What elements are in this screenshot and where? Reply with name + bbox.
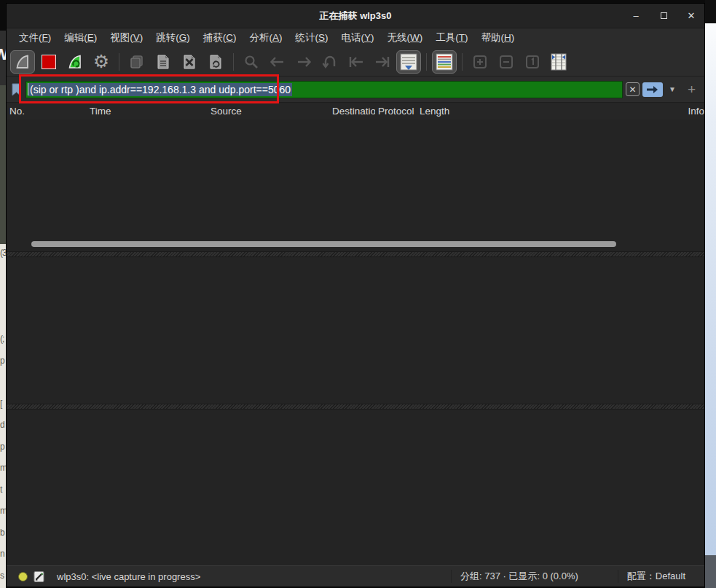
restart-capture-button[interactable]	[63, 50, 87, 74]
wireshark-window: 正在捕获 wlp3s0 – ✕ 文件(F)编辑(E)视图(V)跳转(G)捕获(C…	[6, 3, 705, 587]
capture-comment-icon[interactable]	[34, 571, 45, 583]
packet-bytes-pane[interactable]	[7, 409, 704, 565]
menu-label: )	[48, 32, 52, 43]
minimize-button[interactable]: –	[630, 10, 642, 22]
menu-mnemonic: T	[459, 32, 465, 43]
menu-item[interactable]: 无线(W)	[381, 30, 430, 46]
apply-filter-button[interactable]	[642, 82, 663, 97]
column-header[interactable]: Length	[417, 106, 685, 117]
filter-dropdown-arrow[interactable]: ▼	[666, 85, 679, 93]
zoom-out-button[interactable]	[494, 50, 519, 74]
auto-scroll-button[interactable]	[396, 50, 421, 74]
go-back-button[interactable]	[265, 50, 290, 74]
menu-item[interactable]: 电话(Y)	[335, 30, 381, 46]
resize-columns-button[interactable]	[546, 50, 571, 74]
menu-label: )	[233, 32, 237, 43]
capture-status-text: wlp3s0: <live capture in progress>	[57, 571, 200, 582]
column-header[interactable]: No.	[7, 106, 87, 117]
menu-label: 视图(	[110, 32, 133, 43]
column-header[interactable]: Protocol	[375, 106, 417, 117]
menu-item[interactable]: 视图(V)	[103, 30, 149, 46]
column-header[interactable]: Destination	[329, 106, 375, 117]
capture-options-button[interactable]: ⚙	[89, 50, 114, 74]
background-text-fragments: (3 (; p [ d p m t m b n s	[0, 244, 6, 587]
pane-splitter[interactable]	[7, 404, 704, 409]
menu-item[interactable]: 工具(T)	[429, 30, 474, 46]
clear-filter-button[interactable]: ✕	[626, 82, 640, 96]
menu-item[interactable]: 统计(S)	[289, 30, 335, 46]
menu-item[interactable]: 分析(A)	[243, 30, 289, 46]
menu-item[interactable]: 编辑(E)	[58, 30, 103, 46]
maximize-button[interactable]	[658, 10, 669, 22]
apply-arrow-icon	[646, 85, 659, 94]
packet-details-pane[interactable]	[7, 257, 704, 404]
zoom-in-button[interactable]	[468, 50, 492, 74]
save-file-button[interactable]	[151, 50, 176, 74]
desktop-left-sliver: W (3 (; p [ d p m t m b n s	[0, 0, 6, 588]
menu-mnemonic: W	[410, 32, 420, 43]
maximize-icon	[661, 12, 667, 19]
add-filter-button[interactable]: +	[688, 82, 696, 98]
menu-mnemonic: G	[179, 32, 187, 43]
toolbar-separator	[119, 53, 119, 71]
main-toolbar: ⚙	[7, 47, 704, 77]
stop-capture-button[interactable]	[36, 50, 61, 74]
zoom-in-icon	[473, 55, 487, 69]
shark-fin-icon	[14, 53, 31, 71]
go-last-button[interactable]	[370, 50, 395, 74]
close-file-icon	[181, 54, 197, 70]
menu-mnemonic: F	[42, 32, 48, 43]
last-packet-icon	[374, 55, 391, 69]
titlebar[interactable]: 正在捕获 wlp3s0 – ✕	[7, 4, 704, 28]
window-controls: – ✕	[630, 4, 697, 28]
open-file-button[interactable]	[125, 50, 149, 74]
find-packet-button[interactable]	[239, 50, 264, 74]
menu-label: 捕获(	[203, 32, 227, 43]
column-header[interactable]: Source	[208, 106, 329, 117]
scrollbar-thumb[interactable]	[31, 241, 616, 247]
expert-info-icon[interactable]	[18, 572, 28, 581]
column-header[interactable]: Time	[87, 106, 208, 117]
menu-item[interactable]: 文件(F)	[12, 30, 58, 46]
menu-item[interactable]: 帮助(H)	[475, 30, 522, 46]
go-to-packet-button[interactable]	[318, 50, 342, 74]
column-header[interactable]: Info	[685, 106, 704, 117]
background-window-fragment	[0, 85, 6, 244]
close-button[interactable]: ✕	[685, 10, 697, 22]
filter-input[interactable]: (sip or rtp )and ip.addr==192.168.1.3 an…	[25, 81, 623, 98]
filter-bookmark-icon[interactable]	[10, 82, 23, 97]
arrow-right-icon	[295, 55, 312, 69]
menu-label: )	[420, 32, 423, 43]
pane-splitter[interactable]	[7, 251, 704, 257]
window-title: 正在捕获 wlp3s0	[7, 9, 704, 23]
reload-file-button[interactable]	[203, 50, 228, 74]
zoom-original-button[interactable]	[520, 50, 545, 74]
stop-icon	[41, 54, 57, 70]
restart-fin-icon	[66, 53, 84, 71]
colorize-button[interactable]	[432, 50, 457, 74]
menu-label: 帮助(	[481, 32, 505, 43]
desktop-wallpaper-shadow	[705, 555, 716, 588]
menu-label: 电话(	[342, 32, 365, 43]
close-file-button[interactable]	[177, 50, 202, 74]
menu-item[interactable]: 跳转(G)	[149, 30, 197, 46]
auto-scroll-icon	[399, 52, 418, 71]
menu-mnemonic: S	[318, 32, 325, 43]
menu-mnemonic: C	[226, 32, 233, 43]
go-first-button[interactable]	[344, 50, 369, 74]
start-capture-button[interactable]	[10, 50, 35, 74]
packet-list-pane[interactable]	[7, 119, 704, 251]
colorize-icon	[435, 52, 454, 71]
save-file-icon	[155, 54, 171, 70]
menu-label: )	[465, 32, 468, 43]
menu-item[interactable]: 捕获(C)	[197, 30, 243, 46]
menu-label: )	[511, 32, 515, 43]
profile-text[interactable]: 配置：Default	[618, 570, 685, 583]
menu-label: 编辑(	[64, 32, 87, 43]
horizontal-scrollbar[interactable]	[7, 239, 704, 249]
go-forward-button[interactable]	[291, 50, 316, 74]
menu-mnemonic: E	[87, 32, 94, 43]
menu-label: )	[325, 32, 329, 43]
first-packet-icon	[347, 55, 365, 69]
gear-icon: ⚙	[93, 52, 109, 71]
